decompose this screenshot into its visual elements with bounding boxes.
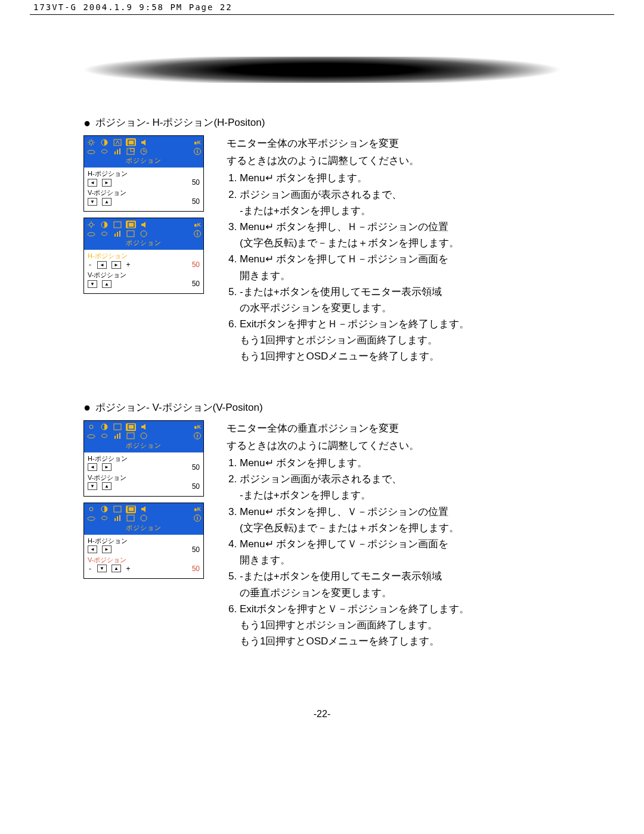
right-arrow-icon: ► xyxy=(102,179,112,187)
svg-line-8 xyxy=(93,140,94,141)
speaker-icon xyxy=(140,221,149,228)
v-pos-label: V-ポジション xyxy=(88,188,200,197)
ok-label: ∎K xyxy=(194,506,202,512)
left-arrow-icon: ◄ xyxy=(97,261,107,269)
contrast-icon xyxy=(100,138,109,146)
h-pos-label-hl: H-ポジション xyxy=(88,252,200,261)
svg-rect-14 xyxy=(117,150,118,154)
step-item: Menu↵ ボタンを押します。 xyxy=(240,455,561,471)
h-intro-2: するときは次のように調整してください。 xyxy=(227,153,561,169)
color-icon xyxy=(100,514,109,522)
svg-rect-52 xyxy=(119,515,120,521)
brightness-icon xyxy=(86,423,95,431)
ok-label: ∎K xyxy=(194,424,202,430)
svg-point-54 xyxy=(141,515,147,521)
left-arrow-icon: ◄ xyxy=(88,463,97,471)
info-icon: i xyxy=(194,514,201,522)
h-pos-value: 50 xyxy=(192,463,200,472)
position-icon xyxy=(126,506,136,513)
bars-icon xyxy=(113,432,122,440)
bars-icon xyxy=(113,147,122,155)
osd-title: ポジション xyxy=(86,523,201,534)
window-icon xyxy=(126,432,135,440)
info-icon: i xyxy=(194,230,201,237)
osd-v-1: ∎K i ポジション H-ポジション xyxy=(83,420,204,497)
info-icon: i xyxy=(194,148,201,155)
svg-line-7 xyxy=(89,144,89,145)
svg-point-35 xyxy=(89,425,93,429)
osd-title: ポジション xyxy=(86,441,201,451)
osd-title: ポジション xyxy=(86,156,201,166)
svg-rect-53 xyxy=(127,515,134,521)
h-section-title: ● ポジション- H-ポジション(H-Positon) xyxy=(83,116,561,129)
h-pos-label: H-ポジション xyxy=(88,454,200,463)
step-item: Menu↵ ボタンを押します。 xyxy=(240,170,561,186)
h-steps-list: Menu↵ ボタンを押します。ポジション画面が表示されるまで、-または+ボタンを… xyxy=(227,170,561,364)
svg-line-6 xyxy=(93,144,94,145)
osd-h-2: ∎K i ポジション H-ポジション xyxy=(83,218,204,294)
contrast-icon xyxy=(100,221,109,228)
v-pos-value: 50 xyxy=(192,280,200,288)
h-intro-1: モニター全体の水平ポジションを変更 xyxy=(227,135,561,151)
window-icon xyxy=(126,230,135,237)
brightness-icon xyxy=(86,221,95,228)
svg-rect-38 xyxy=(128,424,134,429)
cloud-icon xyxy=(86,230,95,237)
position-icon xyxy=(126,221,136,228)
up-arrow-icon: ▲ xyxy=(102,482,112,490)
v-pos-value: 50 xyxy=(192,197,200,206)
brightness-icon xyxy=(86,138,95,146)
svg-rect-48 xyxy=(128,507,134,511)
h-title-text: ポジション- H-ポジション(H-Positon) xyxy=(95,116,265,129)
step-item: ポジション画面が表示されるまで、-または+ボタンを押します。 xyxy=(240,187,561,219)
step-item: Exitボタンを押すとＶ－ポジションを終了します。もう1回押すとポジション画面終… xyxy=(240,601,561,650)
step-item: -または+ボタンを使用してモニター表示領域の水平ポジションを変更します。 xyxy=(240,284,561,316)
auto-icon xyxy=(113,423,122,431)
down-arrow-icon: ▼ xyxy=(88,198,97,206)
v-intro-2: するときは次のように調整してください。 xyxy=(227,438,561,454)
cloud-icon xyxy=(86,514,95,522)
svg-rect-37 xyxy=(114,424,121,430)
svg-point-44 xyxy=(141,433,147,439)
up-arrow-icon: ▲ xyxy=(112,565,121,572)
osd-v-2: ∎K i ポジション H-ポジション xyxy=(83,503,204,579)
clock-icon xyxy=(139,147,148,155)
svg-rect-27 xyxy=(114,222,121,228)
position-icon xyxy=(126,423,136,431)
title-bar xyxy=(83,57,561,83)
v-pos-label-hl: V-ポジション xyxy=(88,556,200,565)
auto-icon xyxy=(113,138,122,146)
svg-point-39 xyxy=(88,435,95,438)
svg-rect-41 xyxy=(117,434,118,439)
down-arrow-icon: ▼ xyxy=(97,565,107,572)
window-icon xyxy=(126,514,135,522)
contrast-icon xyxy=(100,506,109,513)
svg-point-34 xyxy=(141,231,147,237)
info-icon: i xyxy=(194,432,201,439)
right-arrow-icon: ► xyxy=(102,545,112,553)
bars-icon xyxy=(113,230,122,237)
svg-line-5 xyxy=(89,140,89,141)
svg-rect-33 xyxy=(127,231,134,237)
color-icon xyxy=(100,147,109,155)
clock-icon xyxy=(139,432,148,440)
step-item: Menu↵ ボタンを押してＨ－ポジション画面を開きます。 xyxy=(240,251,561,283)
v-section-title: ● ポジション- V-ポジション(V-Positon) xyxy=(83,401,561,414)
svg-point-49 xyxy=(88,517,95,520)
clock-icon xyxy=(139,514,148,522)
ok-label: ∎K xyxy=(194,222,202,228)
window-icon xyxy=(126,147,135,155)
h-pos-value: 50 xyxy=(192,178,200,187)
svg-point-21 xyxy=(89,223,93,227)
step-item: ポジション画面が表示されるまで、-または+ボタンを押します。 xyxy=(240,471,561,503)
auto-icon xyxy=(113,221,122,228)
svg-point-12 xyxy=(88,150,95,154)
v-instructions: モニター全体の垂直ポジションを変更 するときは次のように調整してください。 Me… xyxy=(227,420,561,650)
up-arrow-icon: ▲ xyxy=(102,198,112,206)
svg-point-29 xyxy=(88,232,95,236)
v-steps-list: Menu↵ ボタンを押します。ポジション画面が表示されるまで、-または+ボタンを… xyxy=(227,455,561,649)
color-icon xyxy=(100,230,109,237)
up-arrow-icon: ▲ xyxy=(102,280,112,288)
brightness-icon xyxy=(86,506,95,513)
step-item: Menu↵ ボタンを押してＶ－ポジション画面を開きます。 xyxy=(240,536,561,568)
